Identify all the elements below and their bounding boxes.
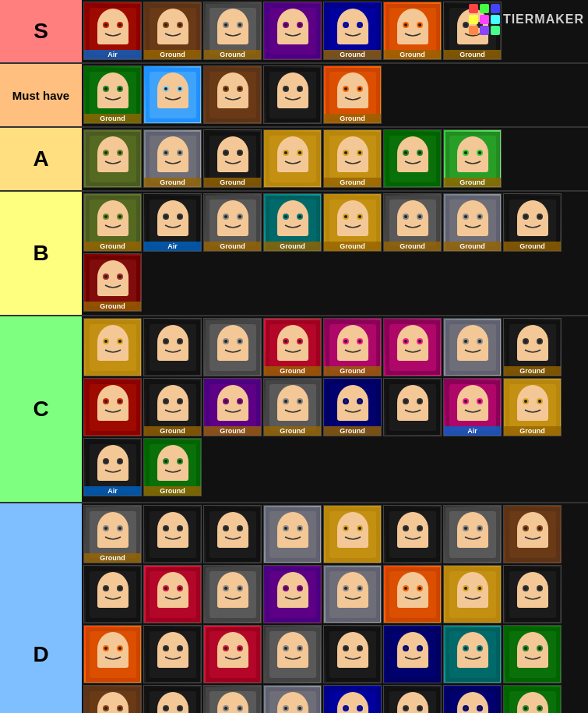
character-card[interactable]: Air — [143, 193, 202, 252]
character-card[interactable] — [323, 505, 382, 563]
svg-rect-163 — [157, 217, 188, 236]
character-card[interactable]: Ground — [383, 2, 442, 60]
character-card[interactable]: Ground — [143, 378, 202, 436]
svg-point-127 — [298, 151, 301, 154]
character-label: Air — [84, 486, 141, 496]
character-card[interactable]: Ground — [83, 65, 142, 124]
svg-point-14 — [164, 23, 167, 26]
character-card[interactable]: Ground — [383, 193, 442, 252]
character-card[interactable]: Ground — [503, 378, 562, 436]
character-card[interactable] — [263, 2, 322, 60]
character-card[interactable]: Ground — [143, 2, 202, 60]
character-card[interactable]: Ground — [263, 378, 322, 436]
character-card[interactable] — [383, 685, 442, 713]
character-card[interactable]: Ground — [203, 129, 262, 188]
character-card[interactable]: Ground — [203, 378, 262, 436]
character-card[interactable] — [383, 505, 442, 563]
character-card[interactable]: Ground — [323, 318, 382, 376]
character-card[interactable] — [503, 625, 562, 683]
character-card[interactable] — [443, 318, 502, 376]
character-card[interactable] — [203, 685, 262, 713]
character-card[interactable] — [143, 65, 202, 124]
character-card[interactable]: Ground — [203, 193, 262, 252]
character-card[interactable]: Ground — [203, 2, 262, 60]
character-card[interactable]: Air — [443, 378, 502, 436]
svg-point-367 — [178, 460, 181, 463]
character-card[interactable] — [263, 505, 322, 563]
character-card[interactable]: Ground — [503, 193, 562, 252]
character-card[interactable] — [323, 625, 382, 683]
tier-content-d: Ground — [82, 503, 588, 713]
character-card[interactable] — [383, 129, 442, 188]
logo-cell — [480, 15, 489, 24]
character-card[interactable] — [83, 318, 142, 376]
character-card[interactable] — [83, 565, 142, 623]
character-card[interactable]: Ground — [503, 318, 562, 376]
character-card[interactable] — [263, 65, 322, 124]
character-card[interactable]: Ground — [83, 193, 142, 252]
character-card[interactable] — [503, 505, 562, 563]
character-card[interactable] — [143, 505, 202, 563]
character-card[interactable] — [383, 625, 442, 683]
character-card[interactable] — [203, 625, 262, 683]
character-card[interactable] — [263, 129, 322, 188]
svg-rect-315 — [277, 401, 308, 421]
character-card[interactable] — [203, 505, 262, 563]
character-card[interactable]: Ground — [443, 129, 502, 188]
character-card[interactable] — [83, 129, 142, 188]
character-card[interactable] — [83, 685, 142, 713]
svg-point-486 — [464, 587, 467, 590]
svg-rect-275 — [457, 341, 488, 361]
character-card[interactable]: Ground — [83, 505, 142, 563]
character-card[interactable]: Ground — [443, 193, 502, 252]
character-card[interactable] — [143, 625, 202, 683]
character-card[interactable] — [503, 565, 562, 623]
character-card[interactable] — [503, 685, 562, 713]
character-card[interactable] — [323, 565, 382, 623]
character-card[interactable] — [143, 565, 202, 623]
character-card[interactable]: Ground — [323, 378, 382, 436]
character-card[interactable]: Ground — [143, 129, 202, 188]
character-card[interactable] — [383, 565, 442, 623]
tier-row-a: A Ground — [0, 128, 588, 192]
character-card[interactable] — [443, 565, 502, 623]
character-card[interactable] — [203, 565, 262, 623]
character-card[interactable]: Ground — [323, 2, 382, 60]
character-card[interactable]: Ground — [83, 253, 142, 312]
svg-point-502 — [104, 647, 107, 650]
character-card[interactable] — [443, 505, 502, 563]
svg-point-23 — [238, 23, 241, 26]
svg-point-342 — [464, 400, 467, 403]
character-card[interactable] — [383, 318, 442, 376]
character-card[interactable] — [323, 685, 382, 713]
character-card[interactable]: Ground — [263, 193, 322, 252]
character-card[interactable] — [263, 625, 322, 683]
character-card[interactable] — [263, 685, 322, 713]
character-card[interactable] — [203, 65, 262, 124]
character-label: Ground — [444, 178, 501, 187]
character-card[interactable] — [83, 378, 142, 436]
character-label: Ground — [324, 426, 381, 436]
character-card[interactable]: Ground — [263, 318, 322, 376]
tier-content-b: Ground Air Ground — [82, 192, 588, 315]
character-card[interactable] — [143, 318, 202, 376]
svg-point-494 — [524, 587, 527, 590]
character-card[interactable] — [443, 685, 502, 713]
character-card[interactable]: Ground — [323, 129, 382, 188]
character-card[interactable]: Air — [83, 438, 142, 496]
character-card[interactable] — [143, 685, 202, 713]
svg-point-535 — [358, 647, 361, 650]
svg-rect-611 — [457, 708, 488, 714]
character-card[interactable] — [263, 565, 322, 623]
svg-rect-283 — [517, 341, 548, 361]
character-card[interactable] — [383, 378, 442, 436]
character-card[interactable] — [83, 625, 142, 683]
character-card[interactable] — [203, 318, 262, 376]
character-card[interactable]: Ground — [323, 65, 382, 124]
character-card[interactable]: Ground — [143, 438, 202, 496]
character-card[interactable]: Air — [83, 2, 142, 60]
character-card[interactable] — [443, 625, 502, 683]
character-card[interactable]: Ground — [323, 193, 382, 252]
svg-rect-547 — [457, 648, 488, 668]
svg-point-247 — [238, 340, 241, 343]
